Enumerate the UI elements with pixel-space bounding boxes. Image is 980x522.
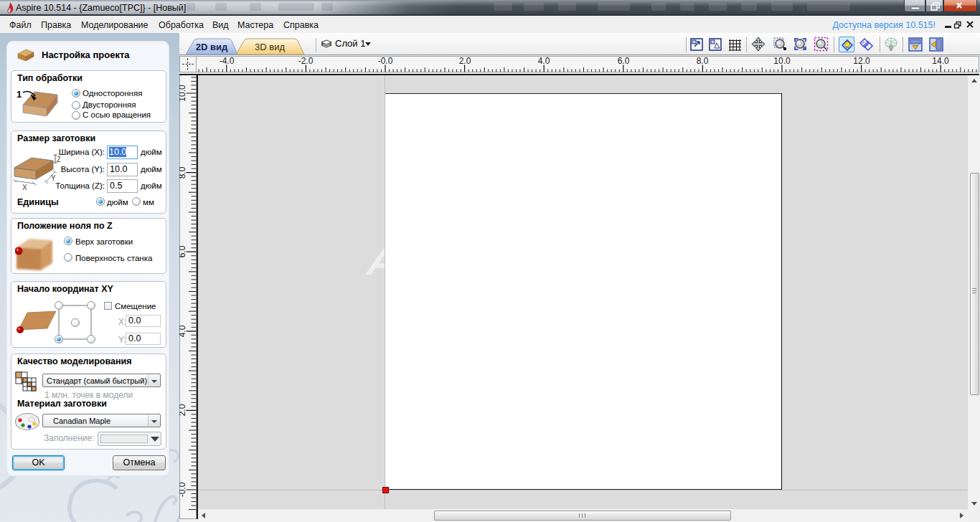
svg-text:8.0: 8.0 xyxy=(179,166,187,179)
svg-text:1: 1 xyxy=(17,89,22,100)
svg-text:4.0: 4.0 xyxy=(179,325,187,337)
svg-text:-2.0: -2.0 xyxy=(298,56,314,66)
svg-text:Z: Z xyxy=(57,156,60,163)
svg-text:2D вид: 2D вид xyxy=(196,42,228,52)
svg-text:-4.0: -4.0 xyxy=(220,56,235,66)
svg-text:X: X xyxy=(22,184,27,191)
svg-text:4.0: 4.0 xyxy=(538,56,550,66)
svg-text:-0.0: -0.0 xyxy=(378,56,393,66)
svg-text:10.0: 10.0 xyxy=(773,56,791,66)
svg-text:12.0: 12.0 xyxy=(853,56,870,66)
svg-text:2.0: 2.0 xyxy=(179,404,187,416)
svg-text:10.0: 10.0 xyxy=(179,85,187,102)
svg-text:3D вид: 3D вид xyxy=(255,42,285,52)
svg-text:2.0: 2.0 xyxy=(459,56,471,66)
svg-text:14.0: 14.0 xyxy=(932,56,949,66)
svg-text:-0.0: -0.0 xyxy=(179,482,187,497)
svg-text:6.0: 6.0 xyxy=(618,56,630,66)
svg-text:8.0: 8.0 xyxy=(697,56,709,66)
svg-text:6.0: 6.0 xyxy=(179,245,187,257)
